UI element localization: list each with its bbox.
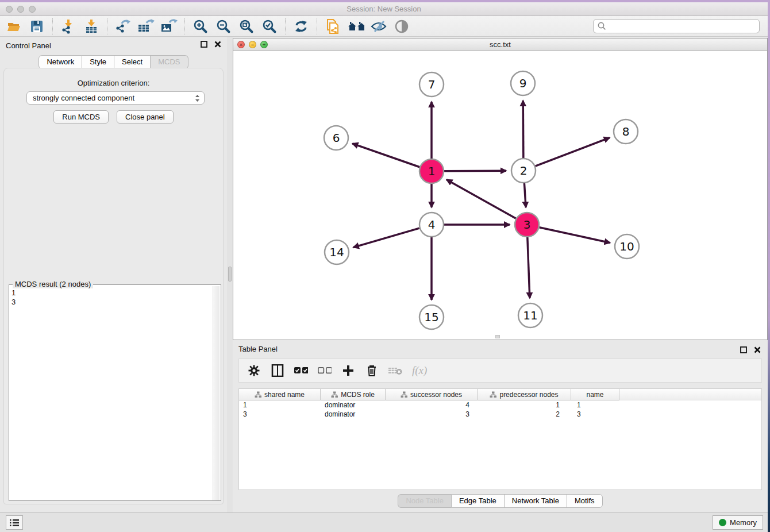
search-input[interactable] — [607, 21, 759, 32]
search-field[interactable] — [593, 19, 760, 33]
cell-mcds-role[interactable]: dominator — [321, 410, 386, 419]
import-network-icon[interactable] — [60, 18, 77, 35]
run-mcds-button[interactable]: Run MCDS — [53, 110, 109, 124]
node-14[interactable]: 14 — [325, 240, 349, 264]
memory-label: Memory — [730, 518, 757, 527]
tab-motifs[interactable]: Motifs — [567, 494, 603, 508]
cell-mcds-role[interactable]: dominator — [321, 400, 386, 410]
edge-3-1[interactable] — [446, 180, 516, 219]
mcds-tab-content: Optimization criterion: strongly connect… — [3, 68, 224, 504]
node-6[interactable]: 6 — [324, 126, 348, 150]
node-11[interactable]: 11 — [518, 303, 542, 327]
export-image-icon[interactable] — [160, 18, 178, 35]
delete-table-icon[interactable] — [388, 364, 402, 377]
export-network-icon[interactable] — [114, 18, 132, 35]
close-panel-icon[interactable] — [214, 41, 221, 48]
cell-name[interactable]: 3 — [571, 410, 619, 419]
zoom-fit-icon[interactable] — [238, 18, 255, 35]
first-neighbors-icon[interactable] — [347, 18, 364, 35]
tab-network[interactable]: Network — [38, 55, 82, 69]
tab-mcds[interactable]: MCDS — [151, 55, 188, 69]
cell-successor-nodes[interactable]: 4 — [386, 400, 478, 410]
edge-4-14[interactable] — [353, 228, 419, 247]
edge-2-3[interactable] — [524, 183, 526, 207]
node-9[interactable]: 9 — [511, 71, 535, 95]
node-label: 1 — [428, 164, 436, 178]
splitter-handle[interactable] — [228, 267, 232, 282]
node-3[interactable]: 3 — [515, 213, 539, 237]
save-session-icon[interactable] — [28, 18, 45, 35]
mcds-result-scrollbar[interactable] — [213, 286, 220, 500]
columns-icon[interactable] — [271, 364, 284, 377]
select-all-icon[interactable] — [294, 364, 308, 377]
import-table-icon[interactable] — [83, 18, 100, 35]
toolbar-separator — [184, 18, 185, 34]
mcds-result-item[interactable]: 3 — [11, 298, 16, 307]
edge-1-2[interactable] — [444, 171, 506, 171]
cell-shared-name[interactable]: 3 — [239, 410, 321, 419]
edge-2-8[interactable] — [536, 138, 610, 166]
node-7[interactable]: 7 — [419, 72, 444, 97]
gear-icon[interactable] — [247, 364, 261, 377]
task-history-button[interactable] — [6, 515, 23, 530]
hide-selected-icon[interactable] — [370, 18, 387, 35]
tab-edge-table[interactable]: Edge Table — [452, 494, 505, 508]
network-canvas[interactable]: 7968124314101511 — [233, 51, 767, 340]
node-15[interactable]: 15 — [419, 305, 444, 329]
panel-splitter[interactable] — [227, 37, 233, 512]
edge-2-9[interactable] — [523, 101, 523, 158]
column-header-mcds-role[interactable]: MCDS role — [321, 389, 386, 400]
node-8[interactable]: 8 — [614, 119, 638, 144]
cell-successor-nodes[interactable]: 3 — [386, 410, 478, 419]
export-table-icon[interactable] — [137, 18, 155, 35]
mcds-result-item[interactable]: 1 — [11, 288, 16, 298]
edge-3-11[interactable] — [528, 237, 530, 298]
tab-node-table[interactable]: Node Table — [398, 494, 452, 508]
table-row[interactable]: 3 dominator 3 2 3 — [239, 410, 761, 419]
control-panel-tabs: Network Style Select MCDS — [0, 55, 227, 69]
float-panel-icon[interactable] — [201, 41, 207, 48]
delete-column-icon[interactable] — [365, 364, 379, 377]
cell-shared-name[interactable]: 1 — [239, 400, 321, 410]
mcds-result-list[interactable]: 1 3 — [11, 288, 16, 307]
node-2[interactable]: 2 — [511, 159, 536, 183]
add-column-icon[interactable] — [341, 364, 355, 377]
node-label: 11 — [523, 309, 537, 322]
tab-select[interactable]: Select — [114, 55, 151, 69]
zoom-out-icon[interactable] — [215, 18, 232, 35]
close-panel-button[interactable]: Close panel — [117, 110, 174, 124]
function-builder-icon[interactable]: f(x) — [412, 364, 427, 377]
edge-3-10[interactable] — [539, 228, 610, 243]
zoom-in-icon[interactable] — [192, 18, 209, 35]
edge-1-6[interactable] — [352, 144, 419, 167]
column-header-successor-nodes[interactable]: successor nodes — [386, 389, 478, 400]
close-panel-icon[interactable] — [754, 346, 761, 353]
cell-predecessor-nodes[interactable]: 1 — [478, 400, 571, 410]
memory-button[interactable]: Memory — [713, 515, 763, 530]
node-10[interactable]: 10 — [615, 234, 639, 259]
float-panel-icon[interactable] — [740, 346, 747, 353]
cell-name[interactable]: 1 — [571, 400, 619, 410]
show-all-icon[interactable] — [393, 18, 410, 35]
network-from-clipboard-icon[interactable] — [324, 18, 341, 35]
toolbar-separator — [317, 18, 317, 34]
deselect-all-icon[interactable] — [318, 364, 332, 377]
node-4[interactable]: 4 — [419, 213, 444, 237]
tab-style[interactable]: Style — [82, 55, 114, 69]
network-window: × − + scc.txt 7968124314101511 — [233, 38, 768, 340]
column-header-shared-name[interactable]: shared name — [239, 389, 321, 400]
column-header-name[interactable]: name — [571, 389, 619, 400]
criterion-select[interactable]: strongly connected component — [26, 91, 205, 105]
column-label: shared name — [264, 391, 305, 399]
zoom-selected-icon[interactable] — [261, 18, 278, 35]
table-row[interactable]: 1 dominator 4 1 1 — [239, 400, 761, 410]
open-file-icon[interactable] — [5, 18, 22, 35]
node-1[interactable]: 1 — [419, 159, 444, 183]
tab-network-table[interactable]: Network Table — [505, 494, 567, 508]
column-header-predecessor-nodes[interactable]: predecessor nodes — [478, 389, 571, 400]
cell-predecessor-nodes[interactable]: 2 — [478, 410, 571, 419]
refresh-layout-icon[interactable] — [292, 18, 310, 35]
header-filler — [619, 389, 761, 400]
window-title: Session: New Session — [0, 5, 768, 13]
network-hscroll-thumb[interactable] — [495, 335, 500, 338]
